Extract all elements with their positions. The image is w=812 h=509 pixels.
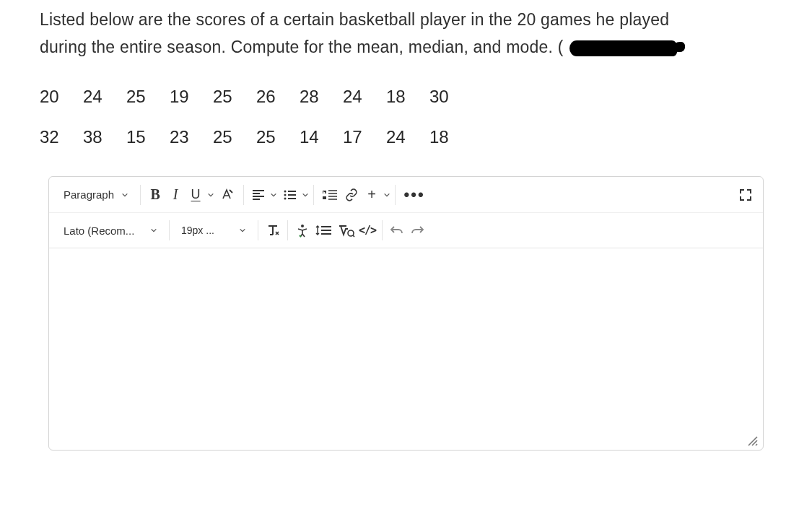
underline-button[interactable]: U	[185, 185, 214, 205]
toolbar-row-1: Paragraph B I U	[49, 177, 763, 212]
data-row: 20 24 25 19 25 26 28 24 18 30	[40, 87, 772, 107]
toolbar-row-2: Lato (Recom... 19px ... </>	[49, 212, 763, 248]
score-cell: 28	[300, 87, 343, 107]
undo-button[interactable]	[387, 220, 407, 240]
fullscreen-button[interactable]	[735, 185, 756, 205]
svg-point-3	[301, 225, 304, 227]
media-icon	[321, 188, 339, 201]
equation-button[interactable]	[336, 220, 357, 240]
clear-format-icon	[266, 223, 280, 238]
line-spacing-button[interactable]	[313, 220, 336, 240]
score-cell: 26	[256, 87, 300, 107]
svg-point-2	[284, 197, 287, 199]
score-cell: 25	[213, 127, 256, 147]
accessibility-button[interactable]	[292, 220, 313, 240]
score-cell: 18	[429, 127, 473, 147]
chevron-down-icon	[302, 191, 309, 199]
separator	[169, 220, 170, 240]
separator	[258, 220, 258, 240]
score-cell: 25	[256, 127, 300, 147]
editor-toolbar: Paragraph B I U	[49, 177, 763, 248]
link-button[interactable]	[341, 185, 362, 205]
question-text: Listed below are the scores of a certain…	[40, 6, 772, 61]
score-cell: 15	[126, 127, 170, 147]
chevron-down-icon	[239, 227, 246, 234]
score-cell: 24	[343, 87, 386, 107]
redaction-mark	[569, 40, 678, 56]
question-line-2: during the entire season. Compute for th…	[40, 33, 772, 61]
score-cell: 18	[386, 87, 429, 107]
separator	[243, 185, 244, 205]
bold-button[interactable]: B	[145, 185, 165, 205]
insert-plus-button[interactable]: +	[362, 185, 390, 205]
undo-icon	[390, 224, 404, 237]
line-spacing-icon	[315, 224, 333, 237]
resize-handle[interactable]	[746, 434, 759, 447]
separator	[287, 220, 288, 240]
clear-formatting-button[interactable]	[263, 220, 283, 240]
score-cell: 25	[126, 87, 170, 107]
redo-button[interactable]	[407, 220, 427, 240]
italic-button[interactable]: I	[165, 185, 185, 205]
score-cell: 17	[343, 127, 386, 147]
editor-textarea[interactable]	[49, 248, 763, 436]
score-cell: 19	[170, 87, 213, 107]
separator	[140, 185, 141, 205]
expand-icon	[739, 188, 752, 201]
score-cell: 24	[386, 127, 429, 147]
resize-icon	[746, 434, 759, 447]
score-cell: 25	[213, 87, 256, 107]
align-left-icon	[251, 188, 266, 201]
list-icon	[283, 188, 297, 201]
chevron-down-icon	[207, 191, 214, 199]
equation-icon	[338, 223, 355, 238]
svg-point-0	[284, 190, 287, 192]
code-sample-button[interactable]: </>	[357, 220, 377, 240]
score-cell: 14	[300, 127, 343, 147]
redo-icon	[410, 224, 424, 237]
align-button[interactable]	[248, 185, 277, 205]
block-format-select[interactable]: Paragraph	[56, 183, 136, 207]
font-family-label: Lato (Recom...	[64, 225, 134, 237]
text-color-button[interactable]	[214, 185, 239, 205]
more-button[interactable]: •••	[404, 185, 424, 205]
separator	[382, 220, 383, 240]
score-cell: 24	[83, 87, 126, 107]
svg-point-1	[284, 193, 287, 196]
chevron-down-icon	[270, 191, 277, 199]
font-size-label: 19px ...	[181, 225, 214, 236]
separator	[313, 185, 314, 205]
font-size-select[interactable]: 19px ...	[174, 218, 253, 243]
score-data-block: 20 24 25 19 25 26 28 24 18 30 32 38 15 2…	[40, 87, 772, 147]
chevron-down-icon	[121, 191, 128, 199]
font-family-select[interactable]: Lato (Recom...	[56, 218, 165, 243]
link-icon	[344, 188, 359, 202]
score-cell: 30	[429, 87, 473, 107]
svg-point-4	[348, 230, 354, 236]
chevron-down-icon	[383, 191, 390, 199]
chevron-down-icon	[150, 227, 157, 234]
score-cell: 23	[170, 127, 213, 147]
separator	[395, 185, 396, 205]
insert-media-button[interactable]	[318, 185, 341, 205]
accessibility-icon	[295, 223, 310, 238]
answer-editor: Paragraph B I U	[48, 176, 764, 451]
question-line-1: Listed below are the scores of a certain…	[40, 6, 772, 33]
data-row: 32 38 15 23 25 25 14 17 24 18	[40, 127, 772, 147]
score-cell: 20	[40, 87, 83, 107]
score-cell: 38	[83, 127, 126, 147]
score-cell: 32	[40, 127, 83, 147]
block-format-label: Paragraph	[64, 188, 114, 201]
list-button[interactable]	[280, 185, 309, 205]
